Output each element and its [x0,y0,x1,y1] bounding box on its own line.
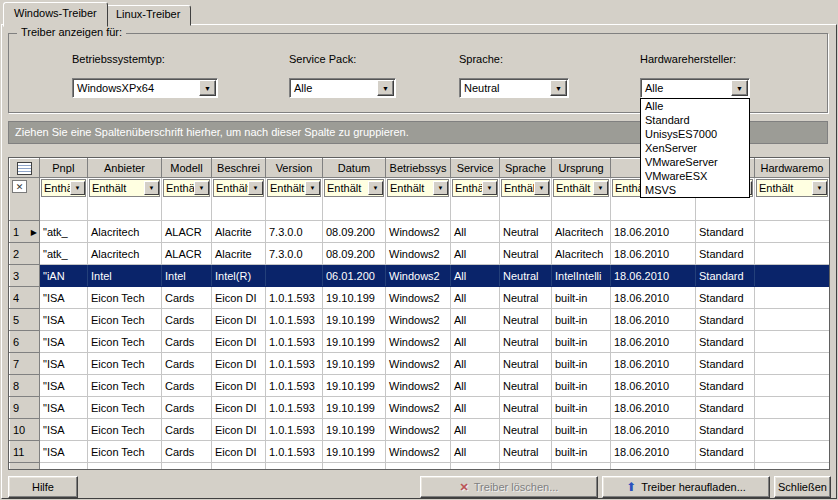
grid-cell[interactable]: Alacritech [552,243,611,265]
grid-cell[interactable] [755,441,830,463]
grid-cell[interactable]: Intel [88,463,162,471]
table-row-3[interactable]: 3"iANIntelIntelIntel(R)06.01.200Windows2… [10,265,830,287]
grid-cell[interactable]: 19.10.199 [323,353,386,375]
tab-windows-treiber[interactable]: Windows-Treiber [3,2,108,27]
grid-cell[interactable]: 19.10.199 [323,309,386,331]
table-row-4[interactable]: 4"ISAEicon TechCardsEicon DI1.0.1.59319.… [10,287,830,309]
table-row-6[interactable]: 6"ISAEicon TechCardsEicon DI1.0.1.59319.… [10,331,830,353]
grid-cell[interactable]: Standard [696,287,755,309]
filter-operator-combo[interactable]: Enthält [89,179,160,197]
grid-cell[interactable]: All [451,265,500,287]
droplist-item[interactable]: MSVS [641,183,749,197]
filter-operator-combo[interactable]: Enthält [553,179,609,197]
grid-cell[interactable] [755,243,830,265]
grid-cell[interactable]: IntelIntelli [552,265,611,287]
grid-cell[interactable]: Windows2 [386,353,451,375]
filter-operator-combo[interactable]: Enthält [213,179,264,197]
grid-cell[interactable]: Intel [162,265,212,287]
grid-cell[interactable]: 19.10.199 [323,287,386,309]
select-all-corner[interactable] [10,159,40,178]
grid-cell[interactable]: "ISA [40,331,88,353]
grid-cell[interactable]: Standard [696,265,755,287]
grid-cell[interactable]: All [451,309,500,331]
grid-cell[interactable]: Cards [162,419,212,441]
dropdown-arrow-icon[interactable] [731,80,748,96]
grid-cell[interactable]: Neutral [500,331,552,353]
grid-cell[interactable]: "iAN [40,265,88,287]
column-header-6[interactable]: Betriebssys [386,159,451,178]
grid-cell[interactable]: Eicon Tech [88,419,162,441]
table-row-11[interactable]: 11"ISAEicon TechCardsEicon DI1.0.1.59319… [10,441,830,463]
grid-cell[interactable]: Windows2 [386,243,451,265]
grid-cell[interactable]: Eicon DI [212,397,266,419]
column-header-9[interactable]: Ursprung [552,159,611,178]
grid-cell[interactable]: Neutral [500,309,552,331]
grid-cell[interactable]: Windows2 [386,221,451,243]
grid-cell[interactable]: Alacrite [212,243,266,265]
dropdown-arrow-icon[interactable] [534,181,549,195]
filter-cell-4[interactable]: Enthält [266,178,323,221]
grid-cell[interactable]: Cards [162,397,212,419]
grid-cell[interactable] [755,419,830,441]
grid-cell[interactable]: Neutral [500,353,552,375]
table-row-10[interactable]: 10"ISAEicon TechCardsEicon DI1.0.1.59319… [10,419,830,441]
grid-cell[interactable]: Neutral [500,419,552,441]
grid-cell[interactable]: "ISA [40,287,88,309]
grid-cell[interactable] [755,287,830,309]
filter-operator-combo[interactable]: Enthält [267,179,321,197]
filter-cell-9[interactable]: Enthält [552,178,611,221]
dropdown-arrow-icon[interactable] [433,181,448,195]
grid-cell[interactable]: Eicon DI [212,287,266,309]
grid-cell[interactable] [755,265,830,287]
grid-cell[interactable] [755,397,830,419]
row-header[interactable]: 3 [10,265,40,287]
grid-cell[interactable]: Standard [696,375,755,397]
grid-cell[interactable]: Eicon DI [212,309,266,331]
grid-cell[interactable]: Intel(R) [212,265,266,287]
filter-cell-6[interactable]: Enthält [386,178,451,221]
grid-cell[interactable]: "ISA [40,397,88,419]
grid-cell[interactable]: Cards [162,441,212,463]
grid-cell[interactable]: Intel [162,463,212,471]
grid-cell[interactable]: All [451,331,500,353]
droplist-item[interactable]: VMwareESX [641,169,749,183]
grid-cell[interactable]: Cards [162,353,212,375]
grid-cell[interactable]: "M [40,463,88,471]
table-row-9[interactable]: 9"ISAEicon TechCardsEicon DI1.0.1.59319.… [10,397,830,419]
grid-cell[interactable]: built-in [552,397,611,419]
droplist-item[interactable]: Standard [641,113,749,127]
dropdown-arrow-icon[interactable] [482,181,497,195]
grid-cell[interactable]: 18.06.2010 [611,221,696,243]
dropdown-arrow-icon[interactable] [194,181,209,195]
dropdown-arrow-icon[interactable] [144,181,159,195]
grid-cell[interactable]: 18.06.2010 [611,419,696,441]
filter-cell-0[interactable]: Enthält [40,178,88,221]
grid-cell[interactable] [755,375,830,397]
column-header-2[interactable]: Modell [162,159,212,178]
table-row-1[interactable]: 1"atk_AlacritechALACRAlacrite7.3.0.008.0… [10,221,830,243]
table-row-5[interactable]: 5"ISAEicon TechCardsEicon DI1.0.1.59319.… [10,309,830,331]
filter-cell-2[interactable]: Enthält [162,178,212,221]
filter-operator-combo[interactable]: Enthält [501,179,550,197]
hardwarehersteller-combo[interactable]: Alle [640,78,750,98]
grid-cell[interactable]: built-in [552,419,611,441]
grid-cell[interactable]: Standard [696,243,755,265]
row-header[interactable]: 4 [10,287,40,309]
filter-cell-3[interactable]: Enthält [212,178,266,221]
grid-cell[interactable]: Intel [88,265,162,287]
grid-cell[interactable]: Windows2 [386,441,451,463]
filter-cell-7[interactable]: Enthält [451,178,500,221]
grid-cell[interactable]: Alacritech [88,243,162,265]
row-header[interactable]: 1 [10,221,40,243]
grid-cell[interactable]: 7.3.0.0 [266,243,323,265]
table-row-7[interactable]: 7"ISAEicon TechCardsEicon DI1.0.1.59319.… [10,353,830,375]
grid-cell[interactable]: Neutral [500,243,552,265]
grid-cell[interactable]: 19.10.199 [323,397,386,419]
grid-cell[interactable]: Standard [696,397,755,419]
grid-cell[interactable]: Standard [696,331,755,353]
grid-cell[interactable]: built-in [552,375,611,397]
table-row-12[interactable]: 12"MIntelIntelIntel(R)06.01.200Windows2A… [10,463,830,471]
grid-cell[interactable]: All [451,441,500,463]
grid-cell[interactable] [266,265,323,287]
grid-cell[interactable]: Eicon Tech [88,397,162,419]
